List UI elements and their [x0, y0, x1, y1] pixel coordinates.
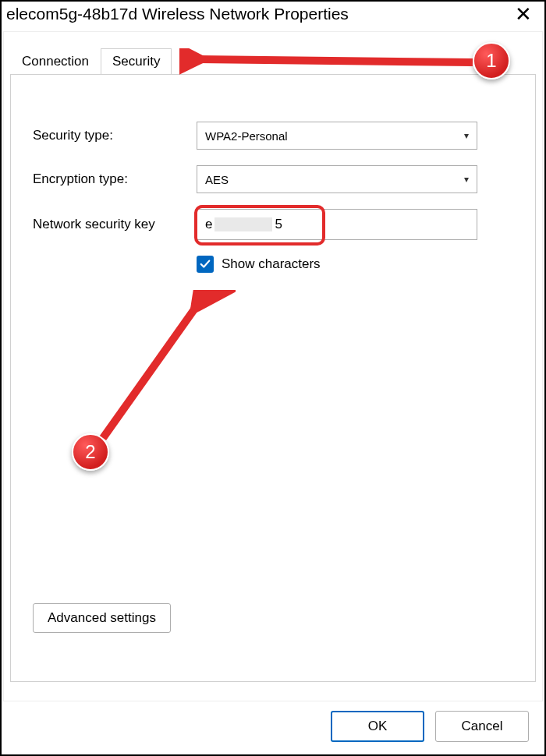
chevron-down-icon: ▾ — [464, 174, 469, 185]
annotation-step-2: 2 — [72, 433, 109, 471]
encryption-type-row: Encryption type: AES ▾ — [33, 165, 513, 193]
show-characters-row: Show characters — [197, 256, 513, 273]
security-panel: Security type: WPA2-Personal ▾ Encryptio… — [10, 74, 536, 682]
tab-security[interactable]: Security — [101, 48, 172, 75]
redacted-text — [214, 217, 272, 231]
encryption-type-value: AES — [205, 173, 229, 186]
show-characters-label: Show characters — [222, 256, 321, 272]
annotation-step-1: 1 — [473, 42, 510, 79]
encryption-type-label: Encryption type: — [33, 171, 197, 187]
ok-button[interactable]: OK — [331, 711, 424, 742]
dialog-content: Connection Security Security type: WPA2-… — [3, 31, 543, 701]
advanced-settings-button[interactable]: Advanced settings — [33, 603, 171, 633]
tab-connection[interactable]: Connection — [10, 48, 101, 75]
window-title: elecom5g-48b17d Wireless Network Propert… — [5, 5, 349, 23]
show-characters-checkbox[interactable] — [197, 256, 214, 273]
network-key-row: Network security key e 5 — [33, 209, 513, 240]
security-type-label: Security type: — [33, 128, 197, 143]
checkmark-icon — [200, 259, 211, 270]
dialog-footer: OK Cancel — [3, 700, 543, 753]
network-key-value: e 5 — [197, 217, 282, 232]
cancel-button[interactable]: Cancel — [435, 711, 529, 742]
network-key-label: Network security key — [33, 217, 197, 232]
security-type-row: Security type: WPA2-Personal ▾ — [33, 122, 513, 150]
security-type-value: WPA2-Personal — [205, 129, 288, 143]
network-key-input[interactable]: e 5 — [197, 209, 477, 240]
close-icon[interactable]: ✕ — [509, 5, 538, 23]
title-bar: elecom5g-48b17d Wireless Network Propert… — [2, 2, 544, 30]
security-type-select[interactable]: WPA2-Personal ▾ — [197, 122, 477, 150]
chevron-down-icon: ▾ — [464, 130, 469, 141]
tab-strip: Connection Security — [4, 32, 542, 74]
encryption-type-select[interactable]: AES ▾ — [197, 165, 477, 193]
